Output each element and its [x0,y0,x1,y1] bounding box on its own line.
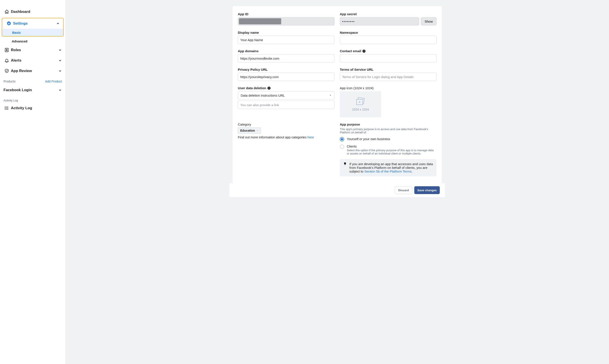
settings-card: App ID App secret •••••••• Show Display … [233,6,442,183]
app-id-value[interactable] [238,17,334,26]
field-tos-url: Terms of Service URL [340,68,437,81]
badge-icon [3,48,10,52]
info-icon[interactable]: i [362,50,365,53]
footer-bar: Discard Save changes [229,183,445,197]
chevron-up-icon [56,22,60,25]
nav-dashboard[interactable]: Dashboard [0,7,65,17]
purpose-opt1-label: Yourself or your own business [347,137,390,141]
purpose-option-self[interactable]: Yourself or your own business [340,137,437,142]
privacy-url-label: Privacy Policy URL [238,68,334,71]
app-icon-hint: 1024 x 1024 [352,108,369,111]
main-content: App ID App secret •••••••• Show Display … [65,0,609,364]
udd-label-text: User data deletion [238,86,266,90]
field-contact-email: Contact email i [340,49,437,63]
display-name-label: Display name [238,31,334,34]
nav-settings-advanced[interactable]: Advanced [2,38,65,45]
nav-app-review-label: App Review [11,69,32,73]
nav-facebook-login-label: Facebook Login [3,88,32,92]
products-label: Products [3,80,15,83]
discard-button[interactable]: Discard [395,186,412,194]
svg-point-1 [6,49,7,50]
nav-app-review[interactable]: App Review [0,66,65,76]
namespace-label: Namespace [340,31,437,34]
app-domains-label: App domains [238,49,334,53]
purpose-opt2-label: Clients [347,144,437,148]
purpose-description: This app's primary purpose is to access … [340,128,437,134]
nav-roles-label: Roles [11,48,21,52]
app-icon-upload[interactable]: 1024 x 1024 [340,91,381,117]
category-help: Find out more information about app cate… [238,135,334,139]
field-namespace: Namespace [340,31,437,44]
add-product-link[interactable]: Add Product [45,80,62,83]
tos-url-label: Terms of Service URL [340,68,437,71]
field-user-data-deletion: User data deletion i Data deletion instr… [238,86,334,117]
chevron-down-icon [58,88,62,92]
info-icon[interactable]: i [267,87,271,90]
category-value: Education [240,129,255,132]
caret-down-icon [256,130,259,132]
list-icon [3,106,10,111]
purpose-opt2-sub: Select this option if the primary purpos… [347,149,437,155]
category-label: Category [238,122,334,126]
save-button[interactable]: Save changes [414,186,440,194]
home-icon [3,9,10,14]
purpose-label: App purpose [340,122,437,126]
field-category: Category Education Find out more informa… [238,122,334,176]
nav-activity-log[interactable]: Activity Log [0,103,65,113]
products-header: Products Add Product [0,76,65,85]
purpose-option-clients[interactable]: Clients Select this option if the primar… [340,144,437,155]
nav-settings-advanced-label: Advanced [12,39,28,43]
show-secret-button[interactable]: Show [421,17,437,26]
udd-link-input[interactable] [238,101,334,109]
app-secret-label: App secret [340,12,437,16]
nav-roles[interactable]: Roles [0,45,65,55]
field-app-id: App ID [238,12,334,26]
udd-label: User data deletion i [238,86,334,90]
nav-dashboard-label: Dashboard [11,10,30,14]
nav-activity-log-label: Activity Log [11,106,32,110]
nav-facebook-login[interactable]: Facebook Login [0,85,65,95]
field-app-domains: App domains [238,49,334,63]
caret-down-icon [329,94,332,97]
radio-icon[interactable] [340,137,344,142]
privacy-url-input[interactable] [238,73,334,81]
app-id-label: App ID [238,12,334,16]
chevron-down-icon [58,48,62,52]
svg-point-6 [5,109,5,110]
category-help-text: Find out more information about app cate… [238,135,307,139]
field-app-purpose: App purpose This app's primary purpose i… [340,122,437,176]
lightbulb-icon [343,162,347,173]
chevron-down-icon [58,69,62,73]
contact-email-label-text: Contact email [340,49,361,53]
nav-alerts[interactable]: Alerts [0,55,65,66]
udd-select[interactable]: Data deletion instructions URL [238,91,334,99]
app-secret-value[interactable]: •••••••• [340,17,419,26]
app-icon-label: App icon (1024 x 1024) [340,86,437,90]
category-select[interactable]: Education [238,128,261,134]
app-id-mask [239,18,281,24]
contact-email-input[interactable] [340,54,437,63]
nav-settings-basic[interactable]: Basic [2,29,63,36]
udd-select-value: Data deletion instructions URL [241,93,285,97]
tos-url-input[interactable] [340,73,437,81]
activity-log-header: Activity Log [0,95,65,103]
display-name-input[interactable] [238,36,334,44]
chevron-down-icon [58,59,62,62]
svg-point-2 [5,107,5,107]
app-domains-input[interactable] [238,54,334,63]
radio-icon[interactable] [340,144,344,149]
tip-link[interactable]: Section 5b of the Platform Terms. [364,169,413,173]
contact-email-label: Contact email i [340,49,437,53]
namespace-input[interactable] [340,36,437,44]
shield-check-icon [3,68,10,73]
sidebar: Dashboard Settings Basic Advanced [0,0,65,364]
nav-settings-label: Settings [13,21,28,26]
svg-point-4 [5,108,5,108]
field-app-icon: App icon (1024 x 1024) 1024 x 1024 [340,86,437,117]
nav-alerts-label: Alerts [11,58,21,63]
category-help-link[interactable]: here [307,135,314,139]
field-app-secret: App secret •••••••• Show [340,12,437,26]
nav-settings[interactable]: Settings [2,18,63,29]
image-plus-icon [355,97,366,106]
settings-highlight: Settings Basic [2,18,64,37]
